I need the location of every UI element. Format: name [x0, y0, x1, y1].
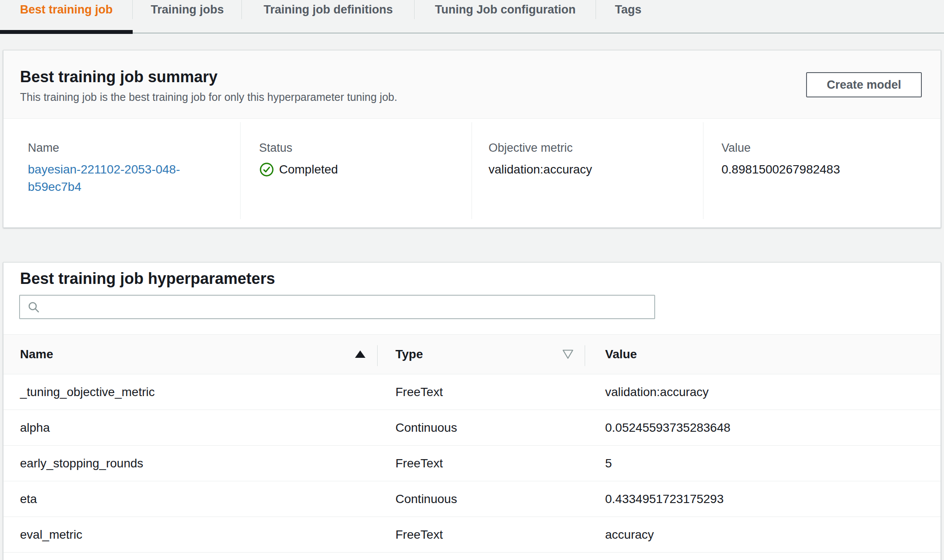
hyperparameters-card: Best training job hyperparameters Name T…	[3, 262, 941, 560]
success-check-icon	[259, 162, 274, 177]
tab-label: Training job definitions	[264, 3, 393, 17]
cell-name: alpha	[3, 421, 377, 435]
status-text: Completed	[279, 161, 338, 178]
field-value: validation:accuracy	[489, 161, 703, 178]
field-label: Name	[28, 141, 240, 155]
table-row: eta Continuous 0.4334951723175293	[3, 481, 941, 517]
hyperparameters-search	[19, 295, 655, 319]
field-label: Value	[722, 141, 941, 155]
cell-type: Continuous	[377, 492, 585, 506]
sort-ascending-icon[interactable]	[355, 350, 365, 358]
header-column-divider	[585, 345, 585, 366]
cell-value: validation:accuracy	[585, 385, 941, 399]
hyperparameters-title: Best training job hyperparameters	[20, 270, 941, 288]
cell-name: early_stopping_rounds	[3, 457, 377, 470]
search-input[interactable]	[46, 296, 654, 318]
tab-label: Tuning Job configuration	[435, 3, 576, 17]
training-job-name-link[interactable]: bayesian-221102-2053-048-b59ec7b4	[28, 161, 211, 196]
cell-type: FreeText	[377, 457, 585, 470]
cell-value: 0.4334951723175293	[585, 492, 941, 506]
summary-card-header: Best training job summary This training …	[3, 50, 941, 119]
cell-type: FreeText	[377, 528, 585, 542]
summary-field-value: Value 0.8981500267982483	[703, 119, 941, 228]
cell-type: Continuous	[377, 421, 585, 435]
table-header-row: Name Type Value	[3, 334, 941, 374]
filter-icon[interactable]	[562, 349, 574, 360]
active-tab-underline	[0, 30, 133, 34]
summary-field-status: Status Completed	[240, 119, 472, 228]
search-icon	[27, 300, 40, 313]
table-row: _tuning_objective_metric FreeText valida…	[3, 374, 941, 410]
cell-name: eta	[3, 492, 377, 506]
column-header-type[interactable]: Type	[377, 347, 585, 361]
tab-label: Training jobs	[151, 3, 224, 17]
cell-type: FreeText	[377, 385, 585, 399]
status-value: Completed	[259, 161, 472, 178]
tab-label: Tags	[615, 3, 641, 17]
tab-training-jobs[interactable]: Training jobs	[133, 0, 242, 19]
cell-name: eval_metric	[3, 528, 377, 542]
header-column-divider	[377, 345, 378, 366]
cell-value: 0.05245593735283648	[585, 421, 941, 435]
column-header-name[interactable]: Name	[3, 347, 377, 361]
field-label: Objective metric	[489, 141, 703, 155]
cell-name: _tuning_objective_metric	[3, 385, 377, 399]
tab-label: Best training job	[20, 3, 113, 17]
cell-value: 5	[585, 457, 941, 470]
summary-subtitle: This training job is the best training j…	[20, 90, 941, 104]
column-header-value[interactable]: Value	[585, 347, 941, 361]
tab-tuning-job-configuration[interactable]: Tuning Job configuration	[415, 0, 596, 19]
summary-card: Best training job summary This training …	[3, 50, 941, 228]
tab-best-training-job[interactable]: Best training job	[0, 0, 133, 19]
tab-training-job-definitions[interactable]: Training job definitions	[242, 0, 415, 19]
field-label: Status	[259, 141, 472, 155]
field-value: 0.8981500267982483	[722, 161, 941, 178]
create-model-button[interactable]: Create model	[806, 72, 922, 97]
table-row: early_stopping_rounds FreeText 5	[3, 446, 941, 481]
summary-title: Best training job summary	[20, 68, 941, 86]
tab-tags[interactable]: Tags	[596, 0, 660, 19]
summary-field-objective-metric: Objective metric validation:accuracy	[472, 119, 703, 228]
summary-field-name: Name bayesian-221102-2053-048-b59ec7b4	[3, 119, 240, 228]
table-row: alpha Continuous 0.05245593735283648	[3, 410, 941, 446]
cell-value: accuracy	[585, 528, 941, 542]
tab-bar: Best training jobTraining jobsTraining j…	[0, 0, 944, 34]
tab-bar-divider	[0, 33, 944, 33]
table-row: eval_metric FreeText accuracy	[3, 517, 941, 553]
